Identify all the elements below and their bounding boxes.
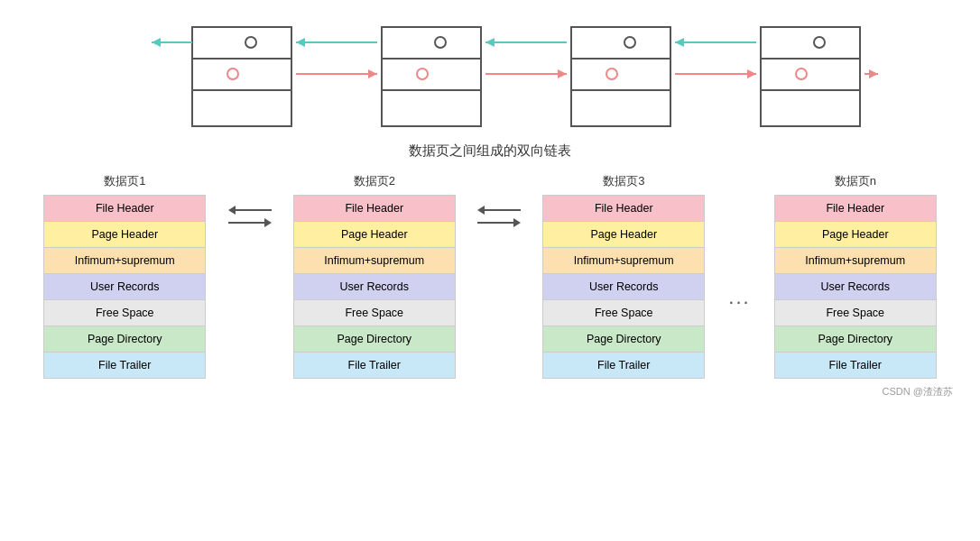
page-row-user-records: User Records (774, 273, 937, 300)
linked-list-svg (102, 23, 878, 131)
page-row-user-records: User Records (43, 273, 206, 300)
svg-point-18 (814, 37, 825, 48)
page-row-page-header: Page Header (542, 221, 705, 248)
page-row-file-trailer: File Trailer (774, 352, 937, 379)
svg-rect-5 (382, 27, 481, 126)
arrowhead-right (513, 218, 521, 227)
page-row-user-records: User Records (542, 273, 705, 300)
page-row-free-space: Free Space (43, 299, 206, 326)
arrow-line-left (485, 209, 521, 211)
page-column-2: 数据页2File HeaderPage HeaderInfimum+suprem… (277, 173, 473, 378)
page-row-page-dir: Page Directory (293, 326, 456, 353)
page-arrows-1 (223, 173, 277, 227)
linked-list-diagram (18, 18, 962, 135)
svg-rect-10 (571, 27, 670, 126)
arrowhead-right (264, 218, 272, 227)
page-row-infimum: Infimum+supremum (774, 247, 937, 274)
dots-separator: ··· (722, 173, 758, 314)
svg-marker-29 (368, 69, 377, 78)
page-row-page-dir: Page Directory (774, 326, 937, 353)
page-row-page-header: Page Header (43, 221, 206, 248)
main-container: 数据页之间组成的双向链表 数据页1File HeaderPage HeaderI… (0, 0, 980, 408)
bidirectional-arrows (228, 206, 272, 227)
page-row-infimum: Infimum+supremum (293, 247, 456, 274)
page-row-page-dir: Page Directory (542, 326, 705, 353)
svg-rect-15 (761, 27, 860, 126)
svg-marker-33 (747, 69, 756, 78)
page-column-4: 数据页nFile HeaderPage HeaderInfimum+suprem… (758, 173, 954, 378)
svg-marker-31 (558, 69, 567, 78)
page-row-free-space: Free Space (542, 299, 705, 326)
arrow-right-row (477, 218, 521, 227)
page-row-page-dir: Page Directory (43, 326, 206, 353)
arrow-line-right (228, 222, 264, 224)
arrow-left-row (477, 206, 521, 215)
page-struct-1: File HeaderPage HeaderInfimum+supremumUs… (43, 195, 206, 378)
svg-point-19 (796, 69, 807, 79)
bidirectional-arrows (477, 206, 521, 227)
arrow-line-right (477, 222, 513, 224)
arrowhead-left (477, 206, 485, 215)
svg-marker-27 (675, 38, 684, 47)
pages-section: 数据页1File HeaderPage HeaderInfimum+suprem… (18, 173, 962, 378)
page-row-page-header: Page Header (293, 221, 456, 248)
page-label-3: 数据页3 (603, 173, 644, 189)
page-row-file-header: File Header (774, 195, 937, 222)
page-row-file-header: File Header (293, 195, 456, 222)
svg-point-14 (606, 69, 617, 79)
linked-list-caption: 数据页之间组成的双向链表 (409, 142, 571, 160)
page-label-2: 数据页2 (354, 173, 395, 189)
page-row-free-space: Free Space (774, 299, 937, 326)
watermark: CSDN @渣渣苏 (18, 385, 962, 399)
svg-marker-23 (296, 38, 305, 47)
page-row-file-trailer: File Trailer (293, 352, 456, 379)
page-row-file-header: File Header (43, 195, 206, 222)
svg-marker-35 (869, 69, 878, 78)
svg-point-9 (417, 69, 428, 79)
page-label-1: 数据页1 (104, 173, 145, 189)
page-row-infimum: Infimum+supremum (542, 247, 705, 274)
page-row-user-records: User Records (293, 273, 456, 300)
arrowhead-left (228, 206, 236, 215)
svg-marker-25 (485, 38, 495, 47)
arrow-right-row (228, 218, 272, 227)
arrow-line-left (236, 209, 272, 211)
page-row-file-trailer: File Trailer (43, 352, 206, 379)
page-struct-2: File HeaderPage HeaderInfimum+supremumUs… (293, 195, 456, 378)
svg-point-4 (227, 69, 238, 79)
arrow-left-row (228, 206, 272, 215)
page-arrows-2 (472, 173, 526, 227)
svg-point-13 (624, 37, 635, 48)
svg-point-3 (245, 37, 256, 48)
page-column-1: 数据页1File HeaderPage HeaderInfimum+suprem… (27, 173, 223, 378)
page-column-3: 数据页3File HeaderPage HeaderInfimum+suprem… (526, 173, 722, 378)
page-label-4: 数据页n (835, 173, 876, 189)
page-struct-3: File HeaderPage HeaderInfimum+supremumUs… (542, 195, 705, 378)
page-row-file-trailer: File Trailer (542, 352, 705, 379)
page-row-file-header: File Header (542, 195, 705, 222)
page-row-infimum: Infimum+supremum (43, 247, 206, 274)
svg-marker-21 (152, 38, 161, 47)
page-row-free-space: Free Space (293, 299, 456, 326)
page-struct-4: File HeaderPage HeaderInfimum+supremumUs… (774, 195, 937, 378)
svg-rect-0 (192, 27, 291, 126)
svg-point-8 (435, 37, 446, 48)
linked-list-section: 数据页之间组成的双向链表 (18, 9, 962, 160)
page-row-page-header: Page Header (774, 221, 937, 248)
